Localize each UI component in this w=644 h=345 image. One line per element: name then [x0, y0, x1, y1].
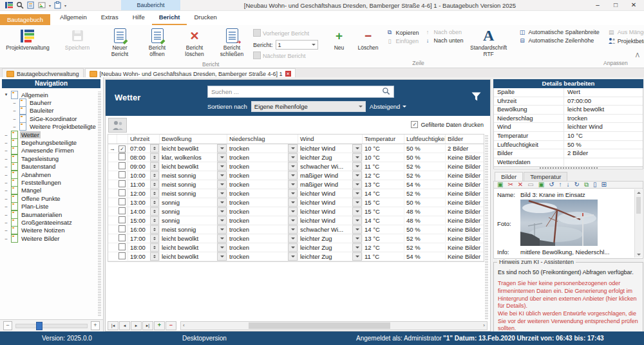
dropdown-icon[interactable] — [217, 243, 227, 252]
precipitation-cell[interactable]: trocken — [227, 189, 298, 198]
detail-row[interactable]: Bewölkungleicht bewölkt — [494, 106, 643, 115]
dropdown-icon[interactable] — [352, 216, 362, 225]
loeschen-button[interactable]: − Löschen — [353, 26, 384, 51]
time-cell[interactable]: 12:00 — [128, 189, 159, 198]
dropdown-icon[interactable] — [217, 144, 227, 153]
properties-icon[interactable]: ▯ — [593, 182, 597, 188]
dropdown-icon[interactable] — [352, 144, 362, 153]
zoom-out-button[interactable]: − — [3, 321, 12, 330]
bericht-loeschen-button[interactable]: ✕ Bericht löschen — [176, 26, 213, 58]
nav-item[interactable]: – SiGe-Koordinator — [12, 115, 103, 122]
time-cell[interactable]: 09:00 — [128, 162, 159, 171]
nav-item[interactable]: – Weitere Notizen — [3, 227, 103, 234]
humidity-cell[interactable]: 54 % — [404, 253, 445, 260]
zoom-thumb[interactable] — [36, 322, 43, 330]
images-cell[interactable]: Keine Bilder — [445, 235, 484, 242]
dropdown-icon[interactable] — [352, 207, 362, 216]
temperature-cell[interactable]: 10 °C — [362, 145, 404, 152]
table-row[interactable]: 10:00 meist sonnig trocken mäßiger Wind … — [108, 171, 484, 180]
nav-item[interactable]: – Baumaterialien — [3, 210, 103, 218]
search-icon[interactable] — [16, 1, 24, 9]
export-image-icon[interactable]: ▣ — [538, 182, 544, 188]
nav-item[interactable]: – Feststellungen — [3, 178, 103, 186]
frame-icon[interactable]: ▭ — [527, 182, 533, 188]
search-icon[interactable] — [382, 87, 390, 97]
clouds-cell[interactable]: sonnig — [159, 198, 227, 207]
maengel-import-button[interactable]: ▤Aus Mängelmanagement importieren — [608, 29, 644, 35]
time-spinner[interactable] — [150, 207, 159, 216]
nach-oben-button[interactable]: ↑Nach oben — [424, 29, 464, 35]
dropdown-icon[interactable] — [288, 144, 298, 153]
kopieren-button[interactable]: ⧉Kopieren — [386, 29, 419, 36]
neuer-bericht-button[interactable]: Neuer Bericht — [101, 26, 138, 58]
dropdown-icon[interactable] — [352, 153, 362, 162]
image-name[interactable]: Bild 3: Krane im Einsatz — [520, 191, 585, 198]
rotate-left-icon[interactable]: ↺ — [549, 182, 554, 188]
temperature-cell[interactable]: 14 °C — [362, 217, 404, 224]
filter-icon[interactable] — [471, 91, 482, 103]
speichern-button[interactable]: Speichern — [59, 26, 96, 51]
column-header[interactable]: Temperatur — [362, 135, 404, 144]
precipitation-cell[interactable]: trocken — [227, 243, 298, 252]
table-row[interactable]: → ✓ 07:00 leicht bewölkt trocken leichte… — [108, 144, 484, 153]
humidity-cell[interactable]: 50 % — [404, 199, 445, 206]
images-cell[interactable]: Keine Bilder — [445, 190, 484, 197]
humidity-cell[interactable]: 48 % — [404, 217, 445, 224]
clouds-cell[interactable]: sonnig — [159, 216, 227, 225]
clouds-cell[interactable]: leicht bewölkt — [159, 162, 227, 171]
horizontal-scrollbar[interactable]: ‹ › — [180, 321, 488, 330]
scroll-thumb[interactable] — [249, 322, 390, 329]
table-row[interactable]: 17:00 leicht bewölkt trocken leichter Zu… — [108, 234, 484, 243]
row-checkbox[interactable] — [118, 207, 126, 214]
dropdown-icon[interactable] — [288, 234, 298, 243]
clouds-cell[interactable]: sonnig — [159, 207, 227, 216]
clouds-cell[interactable]: leicht bewölkt — [159, 252, 227, 261]
nav-item[interactable]: – Mängel — [3, 187, 103, 194]
wind-cell[interactable]: leichter Zug — [298, 234, 362, 243]
nav-item[interactable]: – Wetter — [3, 131, 103, 138]
wind-cell[interactable]: leichter Wind — [298, 144, 362, 153]
wind-cell[interactable]: schwacher Wi... — [298, 162, 362, 171]
zoom-in-button[interactable]: + — [91, 321, 100, 330]
nav-item[interactable]: – Offene Punkte — [3, 194, 103, 202]
crane-photo[interactable] — [520, 200, 598, 247]
dropdown-icon[interactable] — [288, 171, 298, 180]
project-list-icon[interactable] — [5, 1, 13, 9]
scroll-right-icon[interactable]: › — [483, 322, 485, 328]
details-splitter[interactable] — [493, 167, 643, 169]
precipitation-cell[interactable]: trocken — [227, 144, 298, 153]
close-button[interactable]: ✕ — [625, 0, 643, 10]
column-header[interactable]: Bilder — [445, 135, 484, 144]
row-checkbox[interactable] — [118, 198, 126, 205]
dropdown-arrow-icon[interactable]: ▾ — [49, 3, 51, 8]
minimize-button[interactable]: – — [589, 0, 607, 10]
time-spinner[interactable] — [150, 243, 159, 252]
time-cell[interactable]: 17:00 — [128, 234, 159, 243]
first-record-button[interactable]: |◂ — [108, 321, 118, 330]
dropdown-icon[interactable] — [288, 207, 298, 216]
bericht-oeffnen-button[interactable]: Bericht öffnen — [138, 26, 176, 58]
dropdown-icon[interactable] — [288, 189, 298, 198]
tab-temperatur[interactable]: Temperatur — [524, 172, 567, 181]
images-cell[interactable]: Keine Bilder — [445, 226, 484, 233]
precipitation-cell[interactable]: trocken — [227, 252, 298, 261]
row-checkbox[interactable] — [118, 189, 126, 196]
dropdown-icon[interactable] — [352, 171, 362, 180]
images-cell[interactable]: Keine Bilder — [445, 181, 484, 188]
tab-bilder[interactable]: Bilder — [495, 172, 523, 181]
nach-unten-button[interactable]: ↓Nach unten — [424, 37, 464, 44]
nav-item[interactable]: – Bauleiter — [12, 107, 103, 115]
time-cell[interactable]: 13:00 — [128, 198, 159, 207]
vorheriger-bericht-button[interactable]: Vorheriger Bericht — [253, 29, 318, 38]
column-header[interactable]: Niederschlag — [227, 135, 298, 144]
table-row[interactable]: 13:00 sonnig trocken leichter Wind 15 °C… — [108, 198, 484, 207]
time-spinner[interactable] — [150, 216, 159, 225]
time-spinner[interactable] — [150, 162, 159, 171]
dropdown-icon[interactable] — [352, 225, 362, 234]
add-record-button[interactable]: + — [154, 321, 165, 330]
dropdown-icon[interactable] — [217, 189, 227, 198]
temperature-cell[interactable]: 13 °C — [362, 235, 404, 242]
move-up-icon[interactable]: ↑ — [559, 182, 562, 188]
wind-cell[interactable]: mäßiger Wind — [298, 171, 362, 180]
temperature-cell[interactable]: 11 °C — [362, 253, 404, 260]
